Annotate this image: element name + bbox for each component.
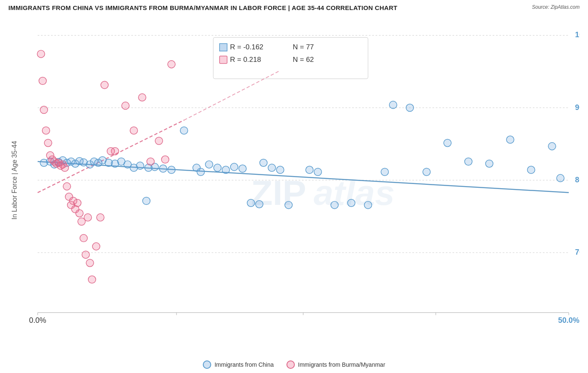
svg-point-119 [92,243,100,250]
svg-point-65 [276,166,284,174]
svg-point-64 [268,164,276,171]
svg-rect-18 [220,43,227,51]
svg-point-56 [205,161,213,168]
svg-point-62 [256,200,263,208]
svg-point-80 [527,166,535,174]
chart-area: 0.0% 50.0% 100.0% 90.0% 80.0% 70.0% In L… [8,15,580,337]
svg-text:50.0%: 50.0% [558,316,580,324]
svg-point-110 [101,81,108,89]
svg-point-76 [444,139,451,147]
svg-point-77 [465,158,472,165]
svg-point-71 [364,201,372,209]
svg-point-59 [230,163,238,171]
svg-point-114 [138,94,146,101]
legend-label-burma: Immigrants from Burma/Myanmar [298,361,385,368]
svg-point-72 [381,168,389,176]
svg-line-27 [38,120,184,192]
svg-point-79 [506,136,514,143]
svg-point-102 [74,199,81,207]
svg-point-57 [214,164,221,171]
svg-point-81 [548,143,556,150]
svg-point-86 [40,106,48,114]
svg-point-53 [180,127,188,134]
svg-text:R =  0.218: R = 0.218 [230,56,261,64]
legend-label-china: Immigrants from China [215,361,274,368]
source-label: Source: ZipAtlas.com [532,4,580,10]
legend-color-burma [286,360,295,369]
svg-point-96 [61,164,69,171]
svg-point-106 [82,251,89,258]
legend-color-china [203,360,211,369]
svg-point-107 [84,214,92,221]
svg-point-118 [168,61,175,68]
svg-point-108 [86,259,94,267]
scatter-chart: 0.0% 50.0% 100.0% 90.0% 80.0% 70.0% In L… [8,15,580,337]
svg-point-51 [159,165,167,172]
svg-point-60 [239,165,246,172]
svg-text:90.0%: 90.0% [575,103,580,112]
svg-text:In Labor Force | Age 35-44: In Labor Force | Age 35-44 [11,141,18,220]
svg-point-103 [76,209,83,217]
chart-title: IMMIGRANTS FROM CHINA VS IMMIGRANTS FROM… [8,4,580,11]
svg-point-69 [331,201,338,209]
svg-point-116 [155,137,163,145]
svg-text:N = 77: N = 77 [293,43,314,51]
svg-point-52 [168,166,175,174]
legend-item-china: Immigrants from China [203,360,274,369]
svg-point-85 [39,77,46,84]
svg-point-87 [42,127,50,134]
chart-container: IMMIGRANTS FROM CHINA VS IMMIGRANTS FROM… [0,0,588,373]
svg-rect-21 [220,56,227,64]
svg-text:70.0%: 70.0% [575,248,580,256]
svg-point-66 [285,201,292,209]
svg-point-105 [80,235,87,242]
legend-container: Immigrants from China Immigrants from Bu… [203,360,385,369]
svg-text:80.0%: 80.0% [575,176,580,184]
svg-point-115 [147,158,154,165]
svg-text:100.0%: 100.0% [575,31,580,39]
svg-point-74 [406,104,414,112]
svg-point-78 [486,160,493,167]
svg-point-68 [314,168,322,176]
svg-point-83 [143,197,150,204]
svg-point-70 [348,199,355,207]
svg-point-82 [557,174,564,182]
svg-text:R = -0.162: R = -0.162 [230,43,263,51]
svg-point-61 [247,199,255,207]
svg-point-88 [44,139,52,147]
svg-text:N = 62: N = 62 [293,56,314,64]
legend-item-burma: Immigrants from Burma/Myanmar [286,360,385,369]
svg-text:0.0%: 0.0% [29,316,46,324]
svg-point-113 [130,127,138,134]
svg-point-58 [222,166,230,174]
svg-point-48 [136,162,144,169]
svg-point-73 [389,101,397,109]
svg-point-67 [306,166,313,174]
svg-point-75 [423,168,430,176]
svg-point-112 [122,102,129,110]
svg-point-117 [161,156,169,164]
svg-point-55 [197,168,205,176]
svg-point-120 [97,214,104,221]
svg-point-121 [107,148,115,155]
svg-point-63 [260,159,267,166]
svg-point-97 [63,183,71,190]
svg-point-109 [88,276,96,284]
svg-point-84 [37,50,45,58]
